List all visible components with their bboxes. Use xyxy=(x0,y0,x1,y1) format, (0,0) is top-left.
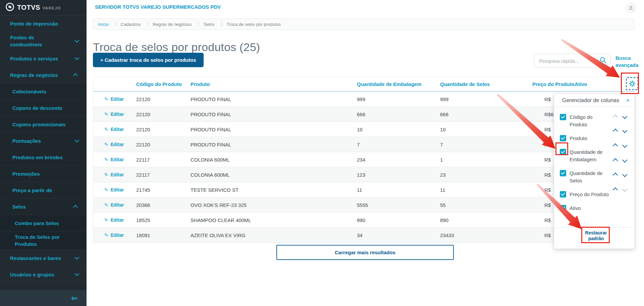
edit-label: Editar xyxy=(111,172,124,177)
table-row: ✎Editar20366OVO XOK'S REF-23 325555555R$ xyxy=(93,198,634,213)
move-down-icon[interactable] xyxy=(622,143,628,148)
column-manager-item: Quantidade de Selos xyxy=(560,170,612,184)
move-down-icon[interactable] xyxy=(622,172,628,177)
edit-link[interactable]: ✎Editar xyxy=(93,142,136,147)
move-up-icon[interactable] xyxy=(613,158,618,164)
edit-label: Editar xyxy=(111,232,124,238)
breadcrumb-item[interactable]: Cadastros xyxy=(121,22,141,27)
sidebar-item[interactable]: Promoções xyxy=(0,166,87,182)
search-icon[interactable] xyxy=(600,57,606,65)
checkbox-checked[interactable] xyxy=(560,114,566,120)
load-more-button[interactable]: Carregar mais resultados xyxy=(276,245,454,260)
edit-link[interactable]: ✎Editar xyxy=(93,187,136,192)
breadcrumb-item[interactable]: Regras de negócios xyxy=(153,22,192,27)
chevron-down-icon xyxy=(74,255,79,260)
cell-produto: PRODUTO FINAL xyxy=(191,112,357,117)
move-up-icon[interactable] xyxy=(613,143,618,149)
move-arrow-pair xyxy=(613,129,626,133)
edit-link[interactable]: ✎Editar xyxy=(93,127,136,132)
edit-link[interactable]: ✎Editar xyxy=(93,202,136,208)
checkbox-checked[interactable] xyxy=(560,170,566,176)
sidebar-item[interactable]: Preço a partir de xyxy=(0,182,87,199)
sidebar-item[interactable]: Colecionáveis xyxy=(0,83,87,100)
edit-link[interactable]: ✎Editar xyxy=(93,172,136,177)
collapse-sidebar-icon[interactable]: ⇐ xyxy=(71,294,78,302)
move-down-icon[interactable] xyxy=(622,158,628,163)
column-header[interactable]: Ativo xyxy=(575,81,634,87)
checkbox-checked[interactable] xyxy=(560,135,566,141)
column-manager-item: Produto xyxy=(560,135,612,142)
sidebar-item[interactable]: Produtos em brindes xyxy=(0,149,87,166)
cell-qtd-selos: 7 xyxy=(440,142,532,147)
advanced-search-link[interactable]: Busca avançada xyxy=(615,54,642,69)
chevron-up-icon xyxy=(73,205,78,210)
sidebar-item[interactable]: Produtos e serviços xyxy=(0,50,87,67)
table-row: ✎Editar22120PRODUTO FINAL666666R$6 xyxy=(93,107,634,122)
edit-label: Editar xyxy=(111,187,124,192)
move-up-icon[interactable] xyxy=(613,187,618,193)
user-avatar[interactable] xyxy=(626,3,636,13)
move-down-icon[interactable] xyxy=(622,128,628,133)
breadcrumb-separator-icon xyxy=(113,22,116,26)
sidebar-item[interactable]: Pontuações xyxy=(0,133,87,149)
move-arrow-pair xyxy=(613,144,626,148)
sidebar-item[interactable]: Combo para Selos xyxy=(0,215,87,231)
checkbox-checked[interactable] xyxy=(560,149,566,155)
column-settings-button[interactable] xyxy=(626,77,638,90)
cell-qtd-selos: 10 xyxy=(440,127,532,132)
breadcrumb-item[interactable]: Início xyxy=(98,22,109,27)
cell-codigo: 18525 xyxy=(136,217,191,223)
sidebar-item-label: Selos xyxy=(12,201,29,212)
popup-title: Gerenciador de colunas xyxy=(562,97,626,103)
close-icon[interactable]: × xyxy=(626,97,630,103)
table-row: ✎Editar22117COLONIA 600ML12323R$ xyxy=(93,167,634,182)
sidebar-item[interactable]: Cupons promocionais xyxy=(0,116,87,133)
edit-link[interactable]: ✎Editar xyxy=(93,112,136,117)
sidebar-item[interactable]: Ponto de impressão xyxy=(0,15,87,32)
search-input[interactable] xyxy=(534,58,600,64)
cell-produto: AZEITE OLIVA EX VIRG xyxy=(191,232,357,238)
sidebar-item-label: Troca de Selos por Produtos xyxy=(15,231,74,250)
create-button[interactable]: + Cadastrar troca de selos por produtos xyxy=(93,53,204,67)
column-header[interactable]: Código do Produto xyxy=(136,81,191,87)
popup-footer: Restaurar padrão xyxy=(554,227,634,249)
pencil-icon: ✎ xyxy=(104,112,108,117)
cell-qtd-embalagem: 890 xyxy=(357,217,440,223)
checkbox-checked[interactable] xyxy=(560,191,566,198)
sidebar-item[interactable]: Troca de Selos por Produtos xyxy=(0,231,87,250)
restore-default-button[interactable]: Restaurar padrão xyxy=(582,230,610,242)
move-up-icon xyxy=(613,115,618,120)
column-header[interactable]: Produto xyxy=(191,81,357,87)
column-header[interactable]: Quantidade de Embalagem xyxy=(357,81,440,87)
sidebar-item[interactable]: Restaurantes e bares xyxy=(0,250,87,266)
sidebar-collapse-bar: ⇐ xyxy=(0,290,87,306)
sidebar-item[interactable]: Cupons de desconto xyxy=(0,100,87,116)
totvs-logo-icon xyxy=(5,2,14,13)
cell-produto: COLONIA 600ML xyxy=(191,172,357,178)
column-header[interactable]: Quantidade de Selos xyxy=(440,81,532,87)
table-row: ✎Editar18525SHAMPOO CLEAR 400ML890890R$ xyxy=(93,213,634,228)
checkbox-checked[interactable] xyxy=(560,205,566,211)
edit-link[interactable]: ✎Editar xyxy=(93,217,136,223)
sidebar-item[interactable]: Usuários e grupos xyxy=(0,266,87,283)
move-arrow-pair xyxy=(613,173,626,177)
sidebar-nav: Ponto de impressãoPostos de combustíveis… xyxy=(0,15,87,283)
sidebar-item[interactable]: Regras de negócios xyxy=(0,67,87,83)
cell-produto: SHAMPOO CLEAR 400ML xyxy=(191,217,357,223)
edit-link[interactable]: ✎Editar xyxy=(93,96,136,102)
cell-qtd-selos: 23 xyxy=(440,172,532,178)
edit-label: Editar xyxy=(111,202,124,208)
breadcrumb-item[interactable]: Selos xyxy=(204,22,215,27)
sidebar-item[interactable]: Selos xyxy=(0,199,87,215)
pencil-icon: ✎ xyxy=(104,232,108,238)
breadcrumb-item[interactable]: Troca de selos por produtos xyxy=(227,22,281,27)
edit-link[interactable]: ✎Editar xyxy=(93,232,136,238)
column-header[interactable]: Preço do Produto xyxy=(532,81,575,87)
edit-link[interactable]: ✎Editar xyxy=(93,157,136,162)
move-up-icon[interactable] xyxy=(613,129,618,134)
sidebar-item[interactable]: Postos de combustíveis xyxy=(0,32,87,50)
pencil-icon: ✎ xyxy=(104,187,108,192)
cell-produto: OVO XOK'S REF-23 325 xyxy=(191,202,357,208)
move-down-icon[interactable] xyxy=(622,114,628,119)
move-up-icon[interactable] xyxy=(613,173,618,178)
